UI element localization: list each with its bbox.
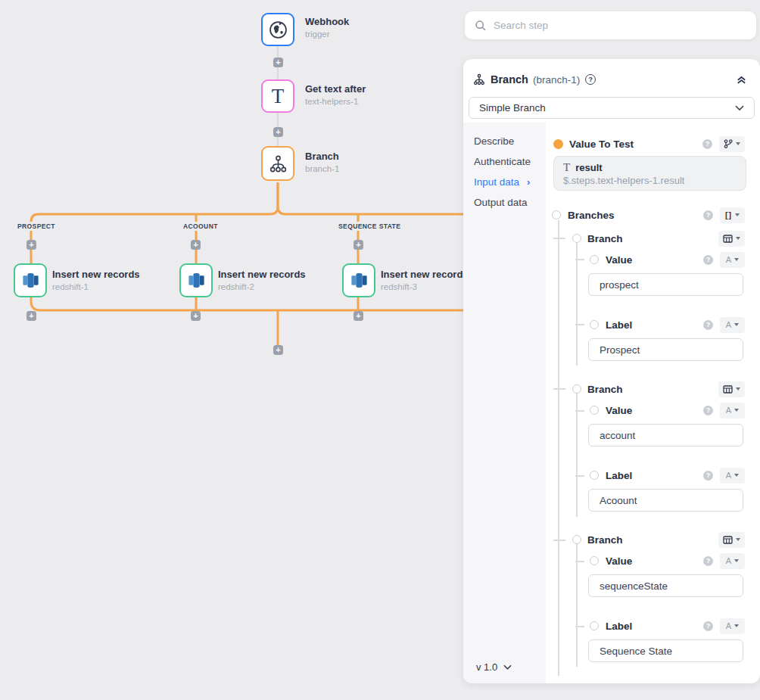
token-path: $.steps.text-helpers-1.result bbox=[563, 175, 746, 186]
add-step-button[interactable]: + bbox=[273, 127, 283, 137]
field-label: Branches bbox=[568, 210, 615, 221]
node-redshift-2[interactable] bbox=[179, 263, 213, 297]
field-branches: Branches ? [] bbox=[552, 207, 745, 222]
node-branch-text: Branch branch-1 bbox=[305, 151, 339, 174]
type-chip-object[interactable] bbox=[718, 532, 745, 548]
tree-tick bbox=[553, 540, 565, 541]
add-step-button[interactable]: + bbox=[354, 240, 363, 250]
field-label: Value bbox=[606, 405, 632, 416]
branch-label-input[interactable] bbox=[588, 489, 743, 512]
collapse-panel-icon[interactable] bbox=[735, 74, 748, 86]
type-chip-string[interactable]: A bbox=[720, 468, 745, 484]
branch-value-input[interactable] bbox=[588, 273, 743, 296]
search-step-box bbox=[465, 11, 756, 39]
tree-tick bbox=[575, 324, 584, 325]
version-selector[interactable]: v 1.0 bbox=[476, 661, 512, 673]
add-step-button[interactable]: + bbox=[191, 240, 201, 250]
help-icon[interactable]: ? bbox=[703, 406, 713, 415]
node-webhook[interactable] bbox=[261, 13, 294, 46]
string-type-glyph: A bbox=[726, 320, 731, 329]
token-name: result bbox=[575, 162, 602, 173]
redshift-icon bbox=[20, 270, 41, 291]
field-label: Branch bbox=[587, 233, 623, 244]
tab-label: Describe bbox=[474, 135, 514, 147]
text-icon: T bbox=[272, 86, 285, 107]
node-title: Insert new records bbox=[218, 269, 306, 280]
node-redshift-3-text: Insert new records redshift-3 bbox=[381, 269, 469, 292]
tab-input-data[interactable]: Input data › bbox=[463, 172, 546, 192]
branch-row: Branch bbox=[572, 381, 745, 397]
tree-tick bbox=[553, 388, 565, 390]
branch-row: Branch bbox=[572, 532, 745, 547]
type-chip-object[interactable] bbox=[718, 381, 745, 397]
tree-tick bbox=[575, 475, 584, 477]
node-get-text-after[interactable]: T bbox=[261, 79, 294, 113]
help-icon[interactable]: ? bbox=[703, 320, 713, 330]
branch-value-input[interactable] bbox=[588, 424, 743, 446]
caret-down-icon bbox=[734, 474, 739, 477]
node-redshift-3[interactable] bbox=[342, 263, 375, 297]
type-chip-mapping[interactable] bbox=[719, 136, 745, 152]
help-icon[interactable]: ? bbox=[703, 621, 713, 631]
branch-label-input[interactable] bbox=[588, 338, 743, 361]
node-subtitle: redshift-1 bbox=[52, 282, 140, 292]
node-title: Get text after bbox=[305, 83, 366, 95]
search-input[interactable] bbox=[494, 20, 746, 31]
node-title: Branch bbox=[305, 151, 339, 162]
type-chip-string[interactable]: A bbox=[720, 317, 745, 333]
workflow-editor: Webhook trigger T Get text after text-he… bbox=[0, 0, 760, 700]
type-chip-string[interactable]: A bbox=[720, 403, 745, 418]
type-chip-object[interactable] bbox=[718, 231, 745, 247]
label-row: Label ? A bbox=[590, 468, 745, 483]
help-icon[interactable]: ? bbox=[703, 255, 713, 265]
table-icon bbox=[723, 234, 733, 244]
node-redshift-1-text: Insert new records redshift-1 bbox=[52, 269, 140, 292]
tab-describe[interactable]: Describe bbox=[463, 131, 546, 151]
help-icon[interactable]: ? bbox=[703, 471, 713, 481]
tree-line bbox=[576, 243, 578, 366]
type-chip-string[interactable]: A bbox=[720, 252, 745, 268]
add-step-button[interactable]: + bbox=[191, 311, 201, 321]
add-step-button[interactable]: + bbox=[26, 311, 36, 321]
node-subtitle: redshift-2 bbox=[218, 282, 306, 292]
version-label: v 1.0 bbox=[476, 661, 497, 673]
help-icon[interactable]: ? bbox=[703, 210, 713, 220]
add-step-button[interactable]: + bbox=[273, 345, 283, 355]
tab-output-data[interactable]: Output data bbox=[463, 192, 546, 213]
type-chip-array[interactable]: [] bbox=[720, 207, 745, 223]
node-redshift-1[interactable] bbox=[14, 263, 47, 297]
add-step-button[interactable]: + bbox=[26, 240, 36, 250]
string-type-glyph: A bbox=[726, 255, 731, 264]
radio-bullet bbox=[552, 210, 561, 219]
add-step-button[interactable]: + bbox=[273, 58, 283, 67]
string-type-glyph: A bbox=[726, 406, 731, 415]
type-chip-string[interactable]: A bbox=[720, 618, 745, 634]
branch-label-input[interactable] bbox=[588, 639, 743, 662]
label-row: Label ? A bbox=[590, 317, 745, 332]
branch-value-input[interactable] bbox=[588, 574, 743, 597]
step-config-panel: Branch (branch-1) ? Simple Branch Descri… bbox=[463, 59, 760, 683]
help-icon[interactable]: ? bbox=[585, 74, 596, 85]
field-label: Value bbox=[606, 555, 632, 567]
branch-icon bbox=[473, 73, 485, 86]
node-branch[interactable] bbox=[261, 146, 294, 181]
branch-item: Branch Value bbox=[546, 532, 760, 662]
field-label: Branch bbox=[587, 384, 623, 395]
panel-header: Branch (branch-1) ? bbox=[463, 59, 760, 97]
branch-wire-label-prospect: PROSPECT bbox=[15, 222, 58, 231]
chevron-right-icon: › bbox=[527, 176, 530, 188]
panel-title: Branch bbox=[491, 73, 528, 86]
help-icon[interactable]: ? bbox=[702, 139, 712, 149]
type-chip-string[interactable]: A bbox=[720, 553, 745, 569]
caret-down-icon bbox=[734, 624, 739, 627]
add-step-button[interactable]: + bbox=[354, 311, 363, 321]
tab-authenticate[interactable]: Authenticate bbox=[463, 151, 546, 172]
branch-type-select[interactable]: Simple Branch bbox=[469, 97, 755, 119]
node-redshift-2-text: Insert new records redshift-2 bbox=[218, 269, 306, 292]
field-label: Value bbox=[606, 254, 632, 266]
redshift-icon bbox=[186, 270, 207, 291]
help-icon[interactable]: ? bbox=[703, 556, 713, 566]
field-label: Value To Test bbox=[569, 138, 634, 150]
value-to-test-token[interactable]: T result $.steps.text-helpers-1.result bbox=[553, 156, 746, 191]
table-icon bbox=[723, 535, 733, 545]
